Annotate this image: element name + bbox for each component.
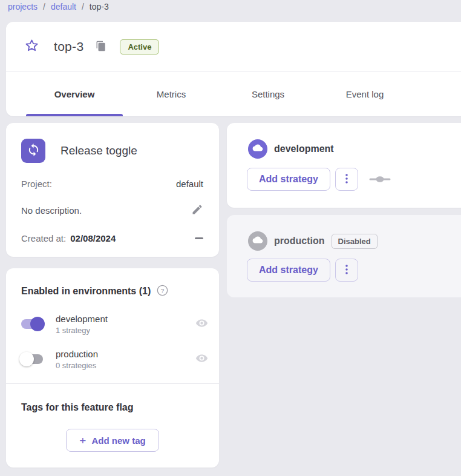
add-strategy-button-production[interactable]: Add strategy bbox=[247, 259, 330, 282]
breadcrumb-link-default[interactable]: default bbox=[51, 2, 76, 12]
page-title: top-3 bbox=[54, 39, 83, 54]
strategy-separator-icon bbox=[369, 175, 391, 183]
status-badge: Active bbox=[120, 39, 159, 55]
flag-details-card: Release toggle Project: default No descr… bbox=[6, 123, 219, 257]
kebab-menu-icon bbox=[342, 173, 351, 186]
add-strategy-button-development[interactable]: Add strategy bbox=[247, 168, 330, 191]
environment-badge bbox=[248, 231, 267, 251]
tab-settings[interactable]: Settings bbox=[220, 72, 316, 116]
environment-name: development bbox=[56, 314, 108, 324]
panel-actions: Add strategy bbox=[247, 168, 391, 191]
breadcrumb-link-projects[interactable]: projects bbox=[8, 2, 38, 12]
add-new-tag-label: Add new tag bbox=[91, 435, 145, 446]
copy-icon bbox=[96, 41, 106, 53]
project-row: Project: default bbox=[21, 179, 203, 189]
panel-header: development bbox=[248, 139, 334, 159]
environment-name: production bbox=[56, 349, 98, 359]
flag-type-header: Release toggle bbox=[21, 139, 137, 163]
eye-icon bbox=[195, 352, 208, 366]
panel-header: production Disabled bbox=[248, 231, 378, 251]
environments-title-row: Enabled in environments (1) ? bbox=[21, 285, 168, 298]
breadcrumb: projects / default / top-3 bbox=[8, 2, 109, 12]
more-options-button-production[interactable] bbox=[335, 259, 358, 282]
visibility-button-development[interactable] bbox=[195, 317, 208, 331]
sync-icon bbox=[27, 143, 41, 159]
flag-header-card: top-3 Active Overview Metrics Settings E… bbox=[6, 22, 461, 116]
environments-title: Enabled in environments (1) bbox=[21, 286, 151, 297]
environment-strategy-count: 1 strategy bbox=[56, 326, 108, 335]
svg-text:?: ? bbox=[161, 287, 165, 294]
question-mark-icon: ? bbox=[157, 285, 168, 298]
active-tab-underline bbox=[26, 114, 123, 116]
plus-icon: + bbox=[79, 435, 86, 446]
environments-card: Enabled in environments (1) ? developmen… bbox=[6, 268, 219, 468]
created-at-label: Created at: bbox=[21, 233, 66, 243]
cloud-icon bbox=[252, 236, 263, 246]
page: projects / default / top-3 top-3 bbox=[0, 0, 461, 476]
breadcrumb-current: top-3 bbox=[90, 2, 109, 12]
add-new-tag-button[interactable]: + Add new tag bbox=[66, 429, 159, 452]
release-toggle-icon-badge bbox=[21, 139, 45, 163]
description-text: No description. bbox=[21, 205, 82, 216]
panel-environment-name: production bbox=[274, 236, 325, 246]
help-button[interactable]: ? bbox=[157, 285, 168, 298]
eye-icon bbox=[195, 317, 208, 331]
panel-actions: Add strategy bbox=[247, 259, 358, 282]
star-icon bbox=[24, 38, 39, 55]
tab-overview[interactable]: Overview bbox=[26, 72, 123, 116]
environment-toggle-development[interactable] bbox=[19, 317, 45, 331]
divider bbox=[6, 383, 219, 384]
more-options-button-development[interactable] bbox=[335, 168, 358, 191]
tab-event-log[interactable]: Event log bbox=[316, 72, 413, 116]
kebab-menu-icon bbox=[342, 264, 351, 277]
breadcrumb-separator: / bbox=[82, 2, 84, 12]
tags-title: Tags for this feature flag bbox=[21, 402, 134, 413]
tabs: Overview Metrics Settings Event log bbox=[6, 71, 461, 116]
tab-metrics[interactable]: Metrics bbox=[123, 72, 220, 116]
edit-description-button[interactable] bbox=[191, 203, 203, 217]
environment-toggle-production[interactable] bbox=[19, 352, 45, 366]
created-at-row: Created at:02/08/2024 bbox=[21, 233, 203, 243]
visibility-button-production[interactable] bbox=[195, 352, 208, 366]
environment-row-development: development 1 strategy bbox=[19, 309, 208, 339]
project-label: Project: bbox=[21, 179, 52, 189]
environment-strategy-count: 0 strategies bbox=[56, 361, 98, 370]
environment-badge bbox=[248, 139, 267, 159]
disabled-badge: Disabled bbox=[332, 234, 378, 249]
pencil-icon bbox=[191, 203, 203, 217]
cloud-icon bbox=[252, 144, 263, 154]
created-at-value: 02/08/2024 bbox=[70, 233, 116, 243]
panel-environment-name: development bbox=[274, 144, 334, 154]
project-value: default bbox=[176, 179, 203, 189]
flag-type-label: Release toggle bbox=[60, 144, 137, 157]
description-row: No description. bbox=[21, 203, 203, 217]
environment-row-production: production 0 strategies bbox=[19, 345, 208, 374]
favorite-star-button[interactable] bbox=[24, 38, 39, 55]
breadcrumb-separator: / bbox=[43, 2, 45, 12]
environment-panel-development: development Add strategy bbox=[227, 123, 461, 208]
copy-name-button[interactable] bbox=[96, 41, 106, 53]
environment-panel-production: production Disabled Add strategy bbox=[227, 215, 461, 297]
title-row: top-3 Active bbox=[6, 22, 461, 71]
minus-icon bbox=[195, 237, 203, 239]
collapse-card-button[interactable] bbox=[195, 235, 203, 242]
